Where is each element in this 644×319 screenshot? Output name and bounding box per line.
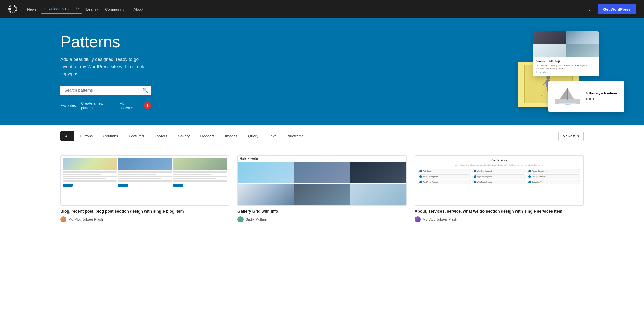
card-mountain2-img [566, 44, 599, 57]
svg-line-8 [543, 81, 546, 85]
author-avatar-2 [237, 216, 244, 222]
social-icon-2: ■ [589, 97, 591, 101]
filter-tab-headers[interactable]: Headers [195, 131, 219, 141]
service-item-6: Desktop Application [527, 174, 580, 179]
pattern-author-blog: Md. Abu Jubaer Plash [60, 216, 229, 222]
filter-tab-wireframe[interactable]: Wireframe [281, 131, 308, 141]
filter-tab-query[interactable]: Query [243, 131, 263, 141]
pattern-title-gallery: Gallery Grid with Info [237, 209, 407, 214]
card-snow-img [533, 44, 566, 57]
pattern-author-services: Md. Abu Jubaer Plash [415, 216, 584, 222]
blog-mock-content [61, 156, 229, 205]
pattern-title-services: About, services, service, what we do sec… [415, 209, 584, 214]
social-icon-1: ■ [586, 97, 588, 101]
search-icon: 🔍 [142, 88, 148, 93]
blog-image-shore [173, 158, 227, 170]
social-icon-3: ■ [593, 97, 595, 101]
filter-bar: All Buttons Columns Featured Footers Gal… [0, 125, 644, 147]
gallery-header-text: Gallery Header [238, 156, 406, 162]
service-item-9: Support & IT [527, 180, 580, 184]
filter-tab-images[interactable]: Images [220, 131, 242, 141]
filter-tab-footers[interactable]: Footers [150, 131, 172, 141]
service-item-4: Game Development [418, 174, 471, 179]
gallery-cell-valley [294, 184, 350, 205]
pattern-card-blog[interactable]: Blog, recent post, blog post section des… [60, 155, 229, 222]
notification-badge: 1 [144, 102, 151, 109]
favorites-link[interactable]: Favorites [60, 103, 76, 108]
card-image-grid [533, 31, 599, 57]
hero-subtitle: Add a beautifully designed, ready to go … [60, 56, 151, 77]
sort-dropdown[interactable]: Newest ▾ [558, 131, 584, 141]
hero-decorative-cards: Views of Mt. Fuji An exhibition of early… [518, 31, 624, 112]
search-bar: 🔍 [60, 86, 151, 95]
gallery-cell-mountain [294, 162, 350, 183]
search-submit-button[interactable]: 🔍 [141, 87, 149, 94]
nav-link-learn[interactable]: Learn ▾ [83, 5, 101, 13]
chevron-down-icon: ▾ [78, 7, 79, 10]
search-input[interactable] [64, 88, 141, 93]
gallery-cell-sky [238, 162, 294, 183]
filter-tab-featured[interactable]: Featured [124, 131, 149, 141]
svg-line-10 [547, 87, 548, 92]
pattern-title-blog: Blog, recent post, blog post section des… [60, 209, 229, 214]
blog-image-boat [118, 158, 172, 170]
navbar: News Download & Extend ▾ Learn ▾ Communi… [0, 0, 644, 18]
nav-links: News Download & Extend ▾ Learn ▾ Communi… [24, 5, 587, 14]
hero-card-1: Views of Mt. Fuji An exhibition of early… [533, 31, 599, 76]
filter-tab-text[interactable]: Text [264, 131, 281, 141]
nav-link-about[interactable]: About ▾ [131, 5, 149, 13]
card2-text: Follow my adventures ■ ■ ■ [586, 92, 617, 101]
filter-tab-all[interactable]: All [60, 131, 74, 141]
service-item-2: Web Development [472, 169, 526, 173]
pattern-card-gallery[interactable]: Gallery Header Gallery Grid with Info Sa… [237, 155, 407, 222]
social-icons: ■ ■ ■ [586, 97, 617, 101]
pattern-thumbnail-services: Our Services Lorem ipsum dolor sit amet,… [415, 155, 584, 206]
chevron-down-icon: ▾ [97, 8, 98, 11]
filter-tab-columns[interactable]: Columns [99, 131, 123, 141]
wordpress-logo[interactable] [8, 5, 17, 14]
gallery-cell-snow [238, 184, 294, 205]
card-mountain-img [566, 31, 599, 44]
services-mock-content: Our Services Lorem ipsum dolor sit amet,… [415, 156, 583, 205]
card-text: Views of Mt. Fuji An exhibition of early… [533, 57, 599, 76]
author-avatar-1 [60, 216, 66, 222]
create-pattern-link[interactable]: Create a new pattern [81, 101, 114, 110]
pattern-author-gallery: Sadik Multani [237, 216, 407, 222]
chevron-down-icon: ▾ [125, 8, 127, 11]
gallery-cell-clouds [350, 184, 406, 205]
chevron-down-icon: ▾ [144, 8, 146, 11]
card-dark-img [533, 31, 566, 44]
service-item-7: WordPress Themes [418, 180, 471, 184]
service-item-3: Theme Development [527, 169, 580, 173]
service-item-8: WordPress Plugins [472, 180, 526, 184]
chevron-down-icon: ▾ [577, 134, 579, 138]
pattern-thumbnail-gallery: Gallery Header [237, 155, 407, 206]
filter-tab-gallery[interactable]: Gallery [173, 131, 195, 141]
hero-section: Patterns Add a beautifully designed, rea… [0, 18, 644, 125]
search-icon: ⌕ [589, 6, 592, 12]
svg-marker-2 [560, 88, 568, 99]
filter-tab-buttons[interactable]: Buttons [75, 131, 98, 141]
service-item-1: Web Design [418, 169, 471, 173]
pattern-card-services[interactable]: Our Services Lorem ipsum dolor sit amet,… [415, 155, 584, 222]
pattern-thumbnail-blog [60, 155, 229, 206]
gallery-cell-dark [350, 162, 406, 183]
blog-image-beach [63, 158, 117, 170]
nav-link-community[interactable]: Community ▾ [102, 5, 130, 13]
nav-link-news[interactable]: News [24, 5, 40, 13]
patterns-grid: Blog, recent post, blog post section des… [0, 147, 644, 230]
author-avatar-3 [415, 216, 421, 222]
page-title: Patterns [60, 33, 151, 51]
svg-marker-3 [568, 89, 574, 99]
hero-links: Favorites Create a new pattern My patter… [60, 101, 151, 110]
services-grid-mock: Web Design Web Development Theme Develop… [418, 169, 580, 184]
service-item-5: Apps Development [472, 174, 526, 179]
my-patterns-link[interactable]: My patterns [119, 101, 138, 110]
get-wordpress-button[interactable]: Get WordPress [598, 4, 636, 14]
hero-content: Patterns Add a beautifully designed, rea… [0, 33, 151, 110]
services-heading: Our Services [418, 159, 580, 162]
hero-card-2: Follow my adventures ■ ■ ■ [548, 81, 624, 112]
search-button[interactable]: ⌕ [587, 4, 594, 14]
nav-right: ⌕ Get WordPress [587, 4, 636, 14]
nav-link-download-extend[interactable]: Download & Extend ▾ [41, 5, 82, 14]
